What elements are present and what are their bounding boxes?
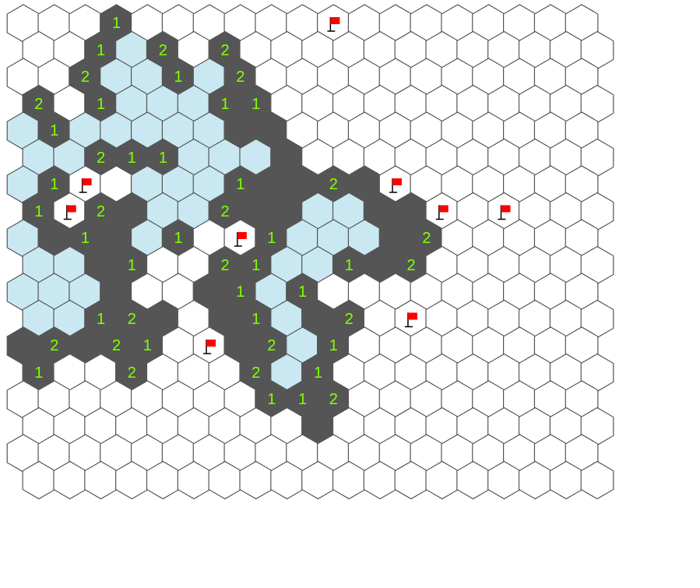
cell-number: 2	[81, 68, 90, 85]
svg-rect-7	[392, 178, 402, 185]
cell-number: 1	[50, 121, 58, 139]
svg-rect-19	[237, 232, 247, 239]
cell-number: 1	[128, 256, 136, 273]
cell-number: 2	[97, 149, 105, 166]
cell-number: 1	[345, 256, 354, 273]
cell-number: 2	[112, 336, 121, 354]
cell-number: 1	[34, 364, 43, 381]
cell-number: 1	[236, 283, 244, 300]
svg-rect-16	[501, 206, 510, 213]
cell-number: 1	[174, 229, 183, 246]
cell-number: 1	[50, 175, 58, 192]
cell-number: 1	[298, 283, 307, 300]
cell-number: 1	[97, 310, 105, 327]
cell-number: 1	[252, 95, 260, 112]
cell-number: 1	[97, 95, 105, 112]
svg-rect-4	[83, 178, 92, 185]
cell-number: 2	[406, 256, 415, 273]
cell-number: 2	[345, 310, 354, 327]
cell-number: 2	[220, 256, 229, 273]
cell-number: 1	[97, 41, 105, 58]
cell-number: 2	[422, 229, 431, 246]
cell-number: 2	[159, 41, 167, 58]
svg-rect-13	[439, 206, 448, 213]
cell-number: 2	[220, 41, 229, 58]
cell-number: 1	[220, 95, 229, 112]
cell-number: 1	[128, 149, 136, 166]
cell-number: 2	[97, 202, 105, 220]
svg-rect-10	[67, 206, 76, 213]
cell-number: 1	[252, 256, 260, 273]
cell-number: 1	[329, 336, 338, 354]
cell-number: 2	[220, 202, 229, 220]
svg-rect-1	[330, 17, 339, 24]
cell-number: 2	[329, 390, 338, 407]
cell-number: 2	[128, 364, 136, 381]
cell-number: 2	[50, 336, 58, 354]
cell-number: 2	[34, 95, 43, 112]
cell-number: 1	[81, 229, 90, 246]
svg-rect-22	[408, 313, 417, 320]
cell-number: 1	[143, 336, 152, 354]
cell-number: 1	[252, 310, 260, 327]
cell-number: 1	[267, 390, 276, 407]
hex-minesweeper-board[interactable]: 1122212211112111121221112121121112122212…	[0, 0, 700, 588]
svg-rect-25	[206, 340, 216, 347]
cell-number: 1	[314, 364, 322, 381]
cell-number: 1	[174, 68, 183, 85]
cell-number: 1	[236, 175, 244, 192]
cell-number: 2	[128, 310, 136, 327]
cell-number: 1	[112, 14, 121, 31]
cell-number: 2	[267, 336, 276, 354]
cell-number: 1	[298, 390, 307, 407]
cell-number: 2	[329, 175, 338, 192]
cell-number: 2	[252, 364, 260, 381]
cell-number: 1	[34, 202, 43, 220]
cell-number: 1	[159, 149, 167, 166]
cell-number: 2	[236, 68, 244, 85]
cell-number: 1	[267, 229, 276, 246]
